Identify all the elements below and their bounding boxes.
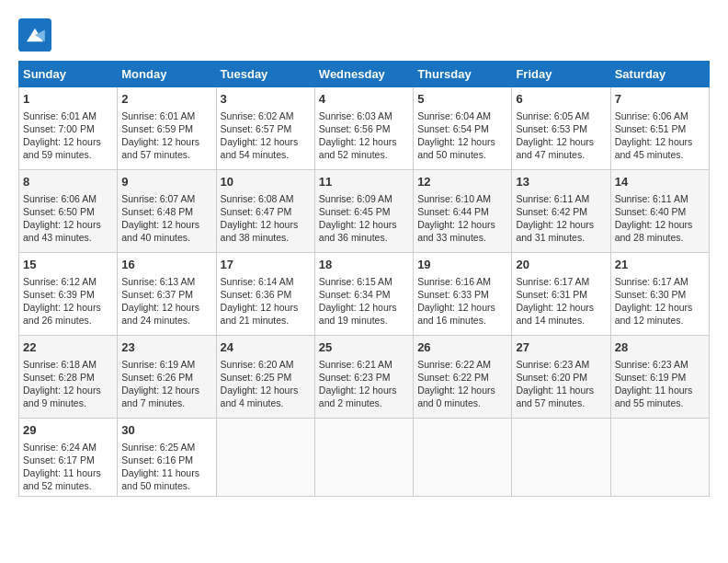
cell-text: Sunset: 6:34 PM [319,288,409,301]
cell-text: Sunrise: 6:17 AM [615,275,705,288]
day-number: 4 [319,91,409,108]
cell-text: Daylight: 12 hours [221,135,311,148]
cell-text: Daylight: 11 hours [121,466,211,479]
cell-text: Daylight: 12 hours [516,218,606,231]
cell-text: and 33 minutes. [417,231,507,244]
cell-text: Daylight: 12 hours [417,135,507,148]
weekday-header: Monday [118,62,216,87]
cell-text: and 57 minutes. [516,396,606,409]
cell-text: Sunrise: 6:12 AM [23,275,113,288]
weekday-header: Sunday [19,62,118,87]
calendar-cell: 30Sunrise: 6:25 AMSunset: 6:16 PMDayligh… [118,419,216,497]
calendar-cell: 23Sunrise: 6:19 AMSunset: 6:26 PMDayligh… [118,336,216,419]
calendar-cell: 26Sunrise: 6:22 AMSunset: 6:22 PMDayligh… [414,336,512,419]
calendar-cell: 7Sunrise: 6:06 AMSunset: 6:51 PMDaylight… [610,87,709,170]
cell-text: and 26 minutes. [23,314,113,327]
logo [18,18,55,52]
calendar-cell: 8Sunrise: 6:06 AMSunset: 6:50 PMDaylight… [19,170,118,253]
cell-text: Sunset: 6:19 PM [615,371,705,384]
cell-text: Sunset: 6:54 PM [417,122,507,135]
cell-text: Sunset: 6:53 PM [516,122,606,135]
cell-text: Sunrise: 6:18 AM [23,358,113,371]
cell-text: and 2 minutes. [319,396,409,409]
cell-text: and 12 minutes. [615,314,705,327]
cell-text: Sunrise: 6:24 AM [23,441,113,454]
cell-text: Sunset: 6:45 PM [319,205,409,218]
cell-text: Daylight: 12 hours [221,384,311,396]
cell-text: Daylight: 12 hours [23,135,113,148]
day-number: 23 [121,339,211,356]
calendar-table: SundayMondayTuesdayWednesdayThursdayFrid… [18,61,710,497]
cell-text: Sunrise: 6:06 AM [23,192,113,205]
cell-text: Sunset: 6:59 PM [121,122,211,135]
day-number: 24 [221,339,311,356]
cell-text: and 16 minutes. [417,314,507,327]
calendar-cell: 11Sunrise: 6:09 AMSunset: 6:45 PMDayligh… [314,170,413,253]
day-number: 18 [319,257,409,273]
day-number: 6 [516,91,606,108]
cell-text: Sunset: 6:33 PM [417,288,507,301]
calendar-cell: 5Sunrise: 6:04 AMSunset: 6:54 PMDaylight… [414,87,512,170]
cell-text: and 43 minutes. [23,231,113,244]
calendar-cell: 22Sunrise: 6:18 AMSunset: 6:28 PMDayligh… [19,336,118,419]
calendar-cell: 21Sunrise: 6:17 AMSunset: 6:30 PMDayligh… [610,253,709,336]
cell-text: Sunrise: 6:23 AM [615,358,705,371]
cell-text: Sunrise: 6:19 AM [121,358,211,371]
cell-text: Sunset: 6:28 PM [23,371,113,384]
day-number: 7 [615,91,705,108]
cell-text: and 38 minutes. [221,231,311,244]
cell-text: Daylight: 12 hours [23,384,113,396]
weekday-header: Thursday [414,62,512,87]
cell-text: Sunrise: 6:01 AM [23,109,113,122]
cell-text: Sunset: 6:22 PM [417,371,507,384]
cell-text: and 52 minutes. [23,479,113,492]
cell-text: and 50 minutes. [121,479,211,492]
cell-text: Daylight: 12 hours [516,135,606,148]
page-header [18,18,710,52]
cell-text: Daylight: 12 hours [615,218,705,231]
calendar-cell: 6Sunrise: 6:05 AMSunset: 6:53 PMDaylight… [512,87,610,170]
day-number: 1 [23,91,113,108]
cell-text: Sunrise: 6:09 AM [319,192,409,205]
cell-text: Sunrise: 6:20 AM [221,358,311,371]
day-number: 25 [319,339,409,356]
cell-text: Daylight: 12 hours [417,384,507,396]
day-number: 29 [23,422,113,439]
cell-text: Sunrise: 6:06 AM [615,109,705,122]
cell-text: and 9 minutes. [23,396,113,409]
cell-text: and 36 minutes. [319,231,409,244]
calendar-cell: 14Sunrise: 6:11 AMSunset: 6:40 PMDayligh… [610,170,709,253]
cell-text: Sunset: 6:16 PM [121,454,211,466]
day-number: 17 [221,257,311,273]
cell-text: Sunrise: 6:11 AM [516,192,606,205]
cell-text: Daylight: 11 hours [516,384,606,396]
cell-text: Daylight: 12 hours [417,218,507,231]
calendar-cell: 24Sunrise: 6:20 AMSunset: 6:25 PMDayligh… [216,336,314,419]
calendar-cell: 9Sunrise: 6:07 AMSunset: 6:48 PMDaylight… [118,170,216,253]
weekday-header: Saturday [610,62,709,87]
day-number: 20 [516,257,606,273]
calendar-cell: 10Sunrise: 6:08 AMSunset: 6:47 PMDayligh… [216,170,314,253]
calendar-cell: 12Sunrise: 6:10 AMSunset: 6:44 PMDayligh… [414,170,512,253]
cell-text: Daylight: 11 hours [23,466,113,479]
calendar-cell: 27Sunrise: 6:23 AMSunset: 6:20 PMDayligh… [512,336,610,419]
cell-text: Sunset: 6:31 PM [516,288,606,301]
cell-text: and 24 minutes. [121,314,211,327]
cell-text: and 54 minutes. [221,148,311,161]
cell-text: and 28 minutes. [615,231,705,244]
day-number: 28 [615,339,705,356]
weekday-header-row: SundayMondayTuesdayWednesdayThursdayFrid… [19,62,710,87]
calendar-cell: 25Sunrise: 6:21 AMSunset: 6:23 PMDayligh… [314,336,413,419]
cell-text: and 19 minutes. [319,314,409,327]
day-number: 30 [121,422,211,439]
calendar-cell: 20Sunrise: 6:17 AMSunset: 6:31 PMDayligh… [512,253,610,336]
day-number: 8 [23,174,113,190]
cell-text: Sunrise: 6:14 AM [221,275,311,288]
cell-text: Sunset: 6:56 PM [319,122,409,135]
cell-text: Daylight: 12 hours [319,218,409,231]
cell-text: and 21 minutes. [221,314,311,327]
cell-text: and 55 minutes. [615,396,705,409]
cell-text: Sunrise: 6:08 AM [221,192,311,205]
cell-text: and 47 minutes. [516,148,606,161]
cell-text: Daylight: 12 hours [121,218,211,231]
